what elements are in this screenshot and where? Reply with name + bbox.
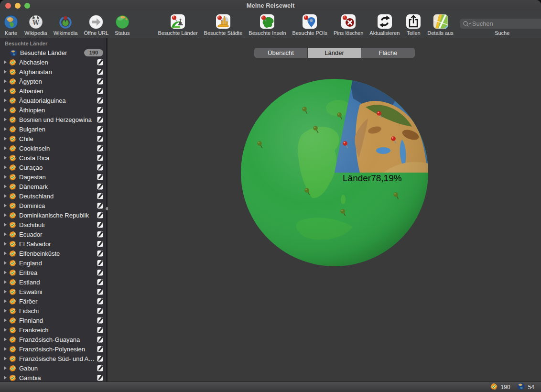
disclosure-triangle-icon[interactable] — [3, 232, 8, 236]
toolbar-button-wikimedia[interactable]: Wikimedia — [54, 11, 78, 36]
map-pin-dimmed[interactable] — [340, 208, 347, 217]
edit-country-button[interactable] — [97, 97, 103, 104]
disclosure-triangle-icon[interactable] — [3, 175, 8, 179]
toolbar-button-aktualisieren[interactable]: Aktualisieren — [369, 11, 400, 36]
sidebar-country-row[interactable]: Fidschi — [0, 306, 106, 316]
edit-country-button[interactable] — [97, 269, 103, 276]
sidebar-country-row[interactable]: Dänemark — [0, 182, 106, 191]
disclosure-triangle-icon[interactable] — [3, 70, 8, 74]
disclosure-triangle-icon[interactable] — [3, 194, 8, 198]
edit-country-button[interactable] — [97, 202, 103, 209]
toolbar-button-besuchte-laender[interactable]: Besuchte Länder — [158, 11, 197, 36]
sidebar-country-row[interactable]: Finnland — [0, 316, 106, 325]
toolbar-button-besuchte-inseln[interactable]: Besuchte Inseln — [249, 11, 286, 36]
edit-country-button[interactable] — [97, 279, 103, 285]
sidebar-country-row[interactable]: Cookinseln — [0, 143, 106, 153]
toolbar-button-besuchte-staedte[interactable]: Besuchte Städte — [204, 11, 243, 36]
disclosure-triangle-icon[interactable] — [3, 347, 8, 351]
sidebar-country-row[interactable]: Abchasien — [0, 57, 106, 67]
disclosure-triangle-icon[interactable] — [3, 328, 8, 332]
edit-country-button[interactable] — [97, 327, 103, 333]
disclosure-triangle-icon[interactable] — [3, 127, 8, 131]
disclosure-triangle-icon[interactable] — [3, 357, 8, 360]
disclosure-triangle-icon[interactable] — [3, 280, 8, 284]
sidebar-country-row[interactable]: Äquatorialguinea — [0, 96, 106, 105]
edit-country-button[interactable] — [97, 126, 103, 132]
sidebar-country-row[interactable]: Dominikanische Republik — [0, 210, 106, 220]
sidebar-country-row[interactable]: Costa Rica — [0, 153, 106, 163]
sidebar-country-row[interactable]: Chile — [0, 134, 106, 143]
sidebar-country-row[interactable]: Französisch-Guayana — [0, 335, 106, 344]
sidebar-country-row[interactable]: Eritrea — [0, 268, 106, 277]
tab-flaeche[interactable]: Fläche — [361, 48, 415, 58]
sidebar-root-row[interactable]: Besuchte Länder 190 — [0, 48, 106, 57]
disclosure-triangle-icon[interactable] — [3, 261, 8, 265]
tab-laender[interactable]: Länder — [308, 48, 361, 58]
sidebar-country-row[interactable]: Deutschland — [0, 191, 106, 201]
disclosure-triangle-icon[interactable] — [3, 89, 8, 93]
sidebar-country-row[interactable]: Gambia — [0, 373, 106, 381]
disclosure-triangle-icon[interactable] — [3, 146, 8, 150]
edit-country-button[interactable] — [97, 116, 103, 123]
disclosure-triangle-icon[interactable] — [3, 156, 8, 160]
toolbar-button-wikipedia[interactable]: W Wikipedia — [24, 11, 47, 36]
toolbar-button-karte[interactable]: Karte — [4, 11, 18, 36]
disclosure-triangle-icon[interactable] — [3, 223, 8, 227]
edit-country-button[interactable] — [97, 240, 103, 247]
sidebar-country-row[interactable]: Curaçao — [0, 163, 106, 172]
disclosure-triangle-icon[interactable] — [3, 213, 8, 217]
sidebar-country-row[interactable]: Elfenbeinküste — [0, 249, 106, 258]
sidebar-country-row[interactable]: Bulgarien — [0, 124, 106, 134]
toolbar-button-teilen[interactable]: Teilen — [406, 11, 421, 36]
globe-pie-chart[interactable]: Länder78,19% — [240, 78, 429, 267]
sidebar-country-row[interactable]: Afghanistan — [0, 67, 106, 76]
map-pin-dimmed[interactable] — [304, 187, 312, 196]
edit-country-button[interactable] — [97, 135, 103, 142]
edit-country-button[interactable] — [97, 145, 103, 152]
disclosure-triangle-icon[interactable] — [3, 376, 8, 380]
edit-country-button[interactable] — [97, 231, 103, 238]
edit-country-button[interactable] — [97, 346, 103, 352]
edit-country-button[interactable] — [97, 87, 103, 94]
edit-country-button[interactable] — [97, 107, 103, 113]
map-pin-dimmed[interactable] — [312, 125, 320, 133]
disclosure-triangle-icon[interactable] — [3, 185, 8, 188]
edit-country-button[interactable] — [97, 174, 103, 180]
disclosure-triangle-icon[interactable] — [3, 290, 8, 294]
sidebar-country-row[interactable]: Dschibuti — [0, 220, 106, 229]
edit-country-button[interactable] — [97, 78, 103, 85]
edit-country-button[interactable] — [97, 374, 103, 381]
map-pin-dimmed[interactable] — [302, 106, 309, 114]
tab-uebersicht[interactable]: Übersicht — [254, 48, 308, 58]
disclosure-triangle-icon[interactable] — [3, 318, 8, 322]
edit-country-button[interactable] — [97, 365, 103, 371]
sidebar-country-row[interactable]: Dominica — [0, 201, 106, 210]
sidebar-country-row[interactable]: Französische Süd- und Ant... — [0, 354, 106, 363]
edit-country-button[interactable] — [97, 68, 103, 75]
sidebar-country-row[interactable]: Ecuador — [0, 229, 106, 239]
edit-country-button[interactable] — [97, 212, 103, 218]
toolbar-button-pins-loeschen[interactable]: Pins löschen — [334, 11, 363, 36]
map-pin-dimmed[interactable] — [336, 112, 344, 120]
disclosure-triangle-icon[interactable] — [3, 204, 8, 207]
edit-country-button[interactable] — [97, 221, 103, 228]
edit-country-button[interactable] — [97, 183, 103, 190]
edit-country-button[interactable] — [97, 298, 103, 305]
sidebar-country-row[interactable]: England — [0, 258, 106, 268]
edit-country-button[interactable] — [97, 59, 103, 65]
edit-country-button[interactable] — [97, 164, 103, 171]
sidebar-country-row[interactable]: Französisch-Polynesien — [0, 344, 106, 354]
disclosure-triangle-icon[interactable] — [3, 242, 8, 246]
map-pin-dimmed[interactable] — [257, 141, 264, 149]
sidebar-country-row[interactable]: El Salvador — [0, 239, 106, 249]
edit-country-button[interactable] — [97, 193, 103, 199]
edit-country-button[interactable] — [97, 250, 103, 257]
toolbar-button-status[interactable]: Status — [115, 11, 130, 36]
edit-country-button[interactable] — [97, 307, 103, 314]
disclosure-triangle-icon[interactable] — [3, 79, 8, 83]
edit-country-button[interactable] — [97, 288, 103, 295]
disclosure-triangle-icon[interactable] — [3, 299, 8, 303]
sidebar-country-row[interactable]: Färöer — [0, 296, 106, 306]
sidebar-country-row[interactable]: Ägypten — [0, 76, 106, 86]
map-pin-active[interactable] — [376, 110, 384, 119]
